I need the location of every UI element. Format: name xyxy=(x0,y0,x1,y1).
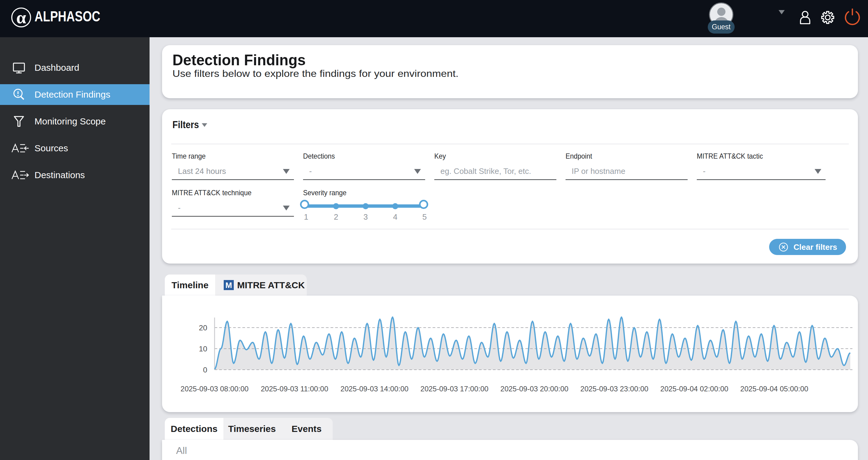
svg-text:2025-09-04 05:00:00: 2025-09-04 05:00:00 xyxy=(740,385,808,393)
svg-text:2025-09-03 17:00:00: 2025-09-03 17:00:00 xyxy=(421,385,489,393)
svg-text:α: α xyxy=(16,7,26,27)
svg-text:10: 10 xyxy=(199,345,207,353)
svg-text:2025-09-03 11:00:00: 2025-09-03 11:00:00 xyxy=(261,385,328,393)
svg-text:M: M xyxy=(225,281,232,290)
svg-text:2025-09-03 20:00:00: 2025-09-03 20:00:00 xyxy=(500,385,568,393)
svg-text:0: 0 xyxy=(203,366,207,374)
svg-text:20: 20 xyxy=(199,324,207,332)
svg-text:2025-09-03 14:00:00: 2025-09-03 14:00:00 xyxy=(341,385,409,393)
svg-text:2025-09-03 08:00:00: 2025-09-03 08:00:00 xyxy=(181,385,249,393)
svg-text:2025-09-03 23:00:00: 2025-09-03 23:00:00 xyxy=(581,385,649,393)
svg-text:2025-09-04 02:00:00: 2025-09-04 02:00:00 xyxy=(660,385,728,393)
